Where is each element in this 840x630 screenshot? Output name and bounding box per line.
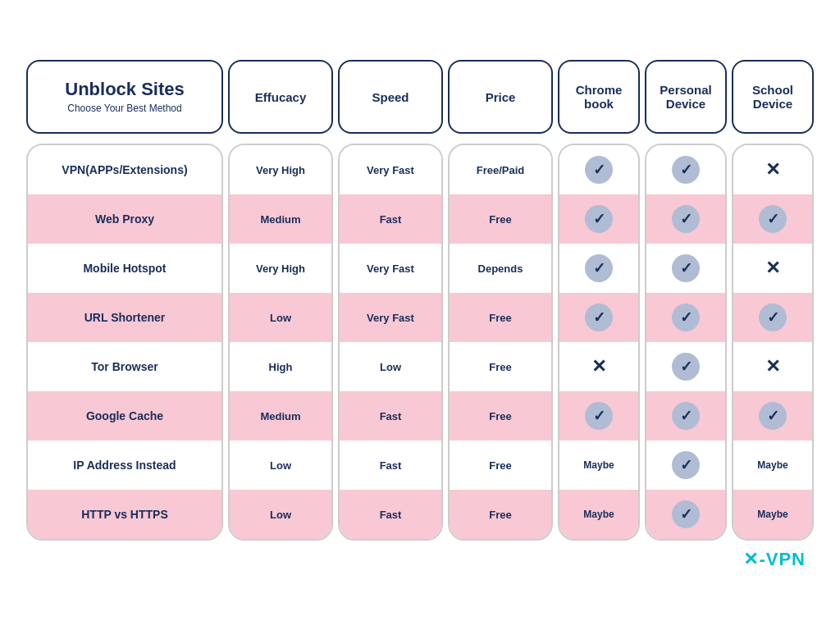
check-icon: ✓	[672, 353, 700, 381]
method-cell: URL Shortener	[28, 293, 221, 342]
check-icon: ✓	[672, 402, 700, 430]
personal-cell: ✓	[646, 244, 725, 293]
header-row: Unblock Sites Choose Your Best Method Ef…	[26, 60, 814, 134]
chromebook-cell: ✓	[559, 145, 638, 194]
method-cell: VPN(APPs/Extensions)	[28, 145, 221, 194]
method-cell: Tor Browser	[28, 342, 221, 391]
logo-area: ✕-VPN	[26, 541, 814, 570]
chromebook-cell: ✓	[559, 293, 638, 342]
personal-cell: ✓	[646, 145, 725, 194]
personal-cell: ✓	[646, 293, 725, 342]
header-price: Price	[448, 60, 553, 134]
price-cell: Free	[450, 342, 551, 391]
efficacy-cell: Medium	[230, 194, 331, 244]
price-cell: Free	[450, 293, 551, 342]
x-icon: ✕	[765, 356, 780, 377]
personal-column: ✓✓✓✓✓✓✓✓	[645, 144, 727, 541]
check-icon: ✓	[585, 156, 613, 184]
school-cell: ✓	[733, 194, 812, 244]
school-cell: ✕	[733, 342, 812, 391]
personal-cell: ✓	[646, 441, 725, 490]
check-icon: ✓	[759, 402, 787, 430]
header-efficacy: Effucacy	[228, 60, 333, 134]
chromebook-cell: Maybe	[559, 490, 638, 539]
price-cell: Free	[450, 194, 551, 244]
speed-cell: Fast	[340, 391, 441, 441]
personal-cell: ✓	[646, 391, 725, 441]
price-cell: Depends	[450, 244, 551, 293]
chromebook-cell: ✓	[559, 391, 638, 441]
body-section: VPN(APPs/Extensions)Web ProxyMobile Hots…	[26, 144, 814, 541]
header-school: School Device	[732, 60, 814, 134]
price-cell: Free	[450, 441, 551, 490]
chromebook-cell: Maybe	[559, 441, 638, 490]
efficacy-cell: Very High	[230, 244, 331, 293]
method-cell: IP Address Instead	[28, 441, 221, 490]
personal-cell: ✓	[646, 342, 725, 391]
price-cell: Free/Paid	[450, 145, 551, 194]
check-icon: ✓	[585, 402, 613, 430]
check-icon: ✓	[585, 304, 613, 331]
school-cell: Maybe	[733, 490, 812, 539]
check-icon: ✓	[759, 304, 787, 331]
method-cell: Web Proxy	[28, 194, 221, 244]
chromebook-cell: ✓	[559, 194, 638, 244]
check-icon: ✓	[672, 156, 700, 184]
check-icon: ✓	[759, 205, 787, 233]
speed-column: Very FastFastVery FastVery FastLowFastFa…	[338, 144, 443, 541]
speed-cell: Fast	[340, 490, 441, 539]
method-cell: HTTP vs HTTPS	[28, 490, 221, 539]
efficacy-cell: Low	[230, 293, 331, 342]
school-column: ✕✓✕✓✕✓MaybeMaybe	[732, 144, 814, 541]
efficacy-cell: Low	[230, 441, 331, 490]
check-icon: ✓	[672, 254, 700, 282]
x-icon: ✕	[765, 159, 780, 180]
maybe-text: Maybe	[757, 459, 788, 471]
speed-cell: Fast	[340, 441, 441, 490]
check-icon: ✓	[585, 205, 613, 233]
header-chromebook: Chrome book	[558, 60, 640, 134]
maybe-text: Maybe	[757, 509, 788, 520]
chromebook-cell: ✕	[559, 342, 638, 391]
chromebook-cell: ✓	[559, 244, 638, 293]
main-title: Unblock Sites	[65, 80, 184, 99]
school-cell: ✕	[733, 145, 812, 194]
efficacy-cell: Low	[230, 490, 331, 539]
efficacy-column: Very HighMediumVery HighLowHighMediumLow…	[228, 144, 333, 541]
main-container: Unblock Sites Choose Your Best Method Ef…	[10, 43, 830, 587]
method-cell: Mobile Hotspot	[28, 244, 221, 293]
check-icon: ✓	[672, 500, 700, 528]
price-column: Free/PaidFreeDependsFreeFreeFreeFreeFree	[448, 144, 553, 541]
school-cell: Maybe	[733, 441, 812, 490]
check-icon: ✓	[672, 451, 700, 479]
speed-cell: Very Fast	[340, 293, 441, 342]
method-cell: Google Cache	[28, 391, 221, 441]
price-cell: Free	[450, 490, 551, 539]
school-cell: ✕	[733, 244, 812, 293]
maybe-text: Maybe	[583, 509, 614, 520]
personal-cell: ✓	[646, 194, 725, 244]
maybe-text: Maybe	[583, 459, 614, 471]
table-wrapper: Unblock Sites Choose Your Best Method Ef…	[26, 60, 814, 541]
efficacy-cell: High	[230, 342, 331, 391]
efficacy-cell: Very High	[230, 145, 331, 194]
check-icon: ✓	[585, 254, 613, 282]
methods-column: VPN(APPs/Extensions)Web ProxyMobile Hots…	[26, 144, 223, 541]
efficacy-cell: Medium	[230, 391, 331, 441]
logo: ✕-VPN	[743, 549, 806, 570]
speed-cell: Fast	[340, 194, 441, 244]
check-icon: ✓	[672, 304, 700, 331]
x-icon: ✕	[765, 258, 780, 279]
check-icon: ✓	[672, 205, 700, 233]
school-cell: ✓	[733, 293, 812, 342]
sub-title: Choose Your Best Method	[67, 103, 181, 114]
header-speed: Speed	[338, 60, 443, 134]
speed-cell: Very Fast	[340, 244, 441, 293]
speed-cell: Very Fast	[340, 145, 441, 194]
speed-cell: Low	[340, 342, 441, 391]
header-title-cell: Unblock Sites Choose Your Best Method	[26, 60, 223, 134]
personal-cell: ✓	[646, 490, 725, 539]
chromebook-column: ✓✓✓✓✕✓MaybeMaybe	[558, 144, 640, 541]
header-personal: Personal Device	[645, 60, 727, 134]
school-cell: ✓	[733, 391, 812, 441]
